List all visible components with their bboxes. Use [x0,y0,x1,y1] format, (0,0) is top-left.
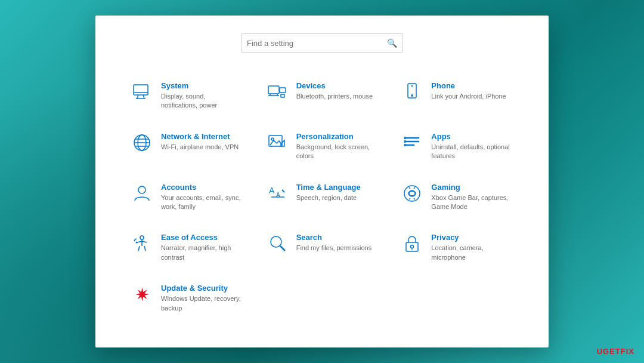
watermark-uget: UGET [597,347,621,356]
accounts-icon [131,183,153,204]
settings-item-search[interactable]: Search Find my files, permissions [255,222,390,273]
ease-icon [131,233,153,254]
svg-point-27 [138,186,145,193]
accounts-desc: Your accounts, email, sync, work, family [161,193,243,212]
personalization-desc: Background, lock screen, colors [296,143,378,161]
devices-text: Devices Bluetooth, printers, mouse [296,81,378,101]
svg-rect-40 [406,242,418,251]
svg-rect-5 [268,86,279,94]
svg-rect-6 [280,88,286,93]
settings-item-personalization[interactable]: Personalization Background, lock screen,… [255,121,390,172]
settings-item-apps[interactable]: Apps Uninstall, defaults, optional featu… [389,121,525,172]
search-bar-container: 🔍 [119,33,525,53]
time-icon: A A [267,183,288,204]
system-icon [131,81,153,103]
update-desc: Windows Update, recovery, backup [161,294,243,313]
settings-item-devices[interactable]: Devices Bluetooth, printers, mouse [255,70,390,121]
ease-text: Ease of Access Narrator, magnifier, high… [161,233,243,262]
search-title: Search [296,233,378,242]
gaming-desc: Xbox Game Bar, captures, Game Mode [431,193,513,212]
settings-item-network[interactable]: Network & Internet Wi-Fi, airplane mode,… [119,121,255,172]
phone-desc: Link your Android, iPhone [431,92,513,101]
settings-item-ease[interactable]: Ease of Access Narrator, magnifier, high… [119,222,255,273]
svg-text:A: A [269,186,275,195]
accounts-text: Accounts Your accounts, email, sync, wor… [161,183,243,212]
phone-icon [401,81,423,103]
network-desc: Wi-Fi, airplane mode, VPN [161,143,243,152]
update-text: Update & Security Windows Update, recove… [161,284,243,313]
svg-point-20 [271,138,274,140]
apps-text: Apps Uninstall, defaults, optional featu… [431,132,513,161]
system-text: System Display, sound, notifications, po… [161,81,243,110]
network-text: Network & Internet Wi-Fi, airplane mode,… [161,132,243,152]
ease-desc: Narrator, magnifier, high contrast [161,244,243,262]
apps-title: Apps [431,132,513,141]
system-desc: Display, sound, notifications, power [161,92,243,110]
svg-line-36 [144,246,145,251]
search-input[interactable] [247,39,387,48]
svg-point-38 [271,236,281,247]
svg-point-37 [136,242,138,244]
svg-line-39 [280,246,285,251]
svg-line-35 [138,246,140,251]
watermark-fix: FIX [621,347,634,356]
time-text: Time & Language Speech, region, date [296,183,378,202]
svg-point-41 [411,245,414,248]
phone-text: Phone Link your Android, iPhone [431,81,513,101]
privacy-title: Privacy [431,233,513,242]
personalization-title: Personalization [296,132,378,141]
network-title: Network & Internet [161,132,243,141]
svg-rect-0 [134,85,148,95]
personalization-text: Personalization Background, lock screen,… [296,132,378,161]
search-bar[interactable]: 🔍 [242,33,402,53]
settings-item-accounts[interactable]: Accounts Your accounts, email, sync, wor… [119,172,255,223]
settings-item-system[interactable]: System Display, sound, notifications, po… [119,70,255,121]
svg-point-33 [140,236,144,239]
search-icon [267,233,288,254]
settings-item-privacy[interactable]: Privacy Location, camera, microphone [389,222,525,273]
settings-item-update[interactable]: ✷ Update & Security Windows Update, reco… [119,273,255,324]
privacy-desc: Location, camera, microphone [431,244,513,262]
settings-grid: System Display, sound, notifications, po… [119,70,525,324]
system-title: System [161,81,243,90]
settings-item-time[interactable]: A A Time & Language Speech, region, date [255,172,390,223]
svg-point-13 [411,95,413,96]
devices-title: Devices [296,81,378,90]
svg-line-1 [137,95,138,99]
devices-desc: Bluetooth, printers, mouse [296,92,378,101]
search-text: Search Find my files, permissions [296,233,378,253]
search-icon[interactable]: 🔍 [387,38,397,48]
ease-title: Ease of Access [161,233,243,242]
search-desc: Find my files, permissions [296,244,378,253]
settings-item-phone[interactable]: Phone Link your Android, iPhone [389,70,525,121]
svg-point-31 [404,186,420,201]
phone-title: Phone [431,81,513,90]
gaming-title: Gaming [431,183,513,192]
update-icon: ✷ [131,284,153,305]
devices-icon [267,81,288,103]
gaming-icon [401,183,423,204]
apps-desc: Uninstall, defaults, optional features [431,143,513,161]
accounts-title: Accounts [161,183,243,192]
update-title: Update & Security [161,284,243,293]
svg-rect-10 [281,94,284,97]
settings-item-gaming[interactable]: Gaming Xbox Game Bar, captures, Game Mod… [389,172,525,223]
privacy-text: Privacy Location, camera, microphone [431,233,513,262]
personalization-icon [267,132,288,153]
time-desc: Speech, region, date [296,193,378,202]
apps-icon [401,132,423,153]
svg-line-2 [143,95,144,99]
gaming-text: Gaming Xbox Game Bar, captures, Game Mod… [431,183,513,212]
network-icon [131,132,153,153]
privacy-icon [401,233,423,254]
time-title: Time & Language [296,183,378,192]
watermark: UGETFIX [597,347,634,356]
settings-window: 🔍 System Display, sound, notifications, … [95,16,549,347]
